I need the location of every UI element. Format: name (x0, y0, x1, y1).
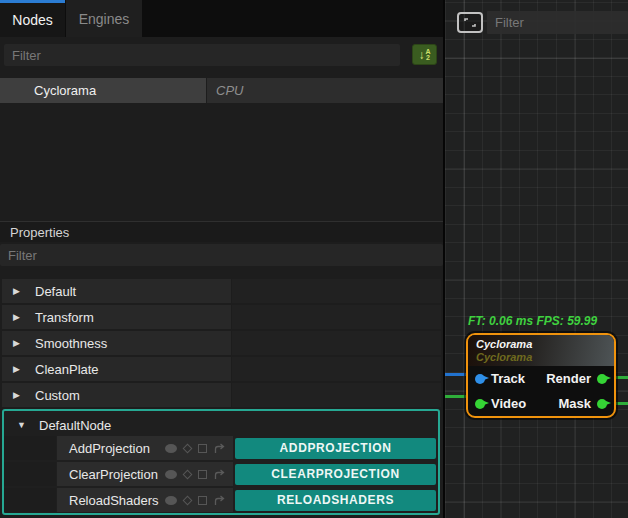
group-header[interactable]: ▶ Default (2, 279, 231, 303)
output-mask[interactable]: Mask (558, 396, 607, 411)
port-label: Track (491, 371, 525, 386)
performance-stats: FT: 0.06 ms FPS: 59.99 (468, 314, 597, 328)
frame-corners-icon (463, 17, 477, 28)
ellipse-icon (165, 496, 177, 505)
node-subtitle: Cyclorama (476, 351, 614, 363)
square-icon (198, 444, 207, 453)
node-port-row: Video Mask (468, 391, 614, 416)
action-label: ReloadShaders (69, 493, 165, 508)
group-value-area (232, 357, 441, 381)
cyclorama-node[interactable]: Cyclorama Cyclorama Track Render Video (466, 333, 616, 418)
group-value-area (232, 279, 441, 303)
group-row-cleanplate[interactable]: ▶ CleanPlate (2, 357, 441, 381)
reloadshaders-button[interactable]: RELOADSHADERS (235, 490, 436, 511)
action-name-cell: AddProjection (57, 436, 233, 460)
sort-icon-bottom: 2 (425, 55, 430, 61)
row-gutter (4, 462, 56, 486)
row-gutter (4, 488, 56, 512)
input-port-icon[interactable] (475, 374, 485, 384)
defaultnode-section: ▼ DefaultNode AddProjection ADDPROJECTIO… (2, 409, 440, 515)
port-label: Video (491, 396, 526, 411)
action-label: ClearProjection (69, 467, 165, 482)
output-port-icon[interactable] (597, 399, 607, 409)
jump-arrow-icon (214, 469, 227, 480)
node-header[interactable]: Cyclorama Cyclorama (468, 335, 614, 366)
group-value-area (232, 305, 441, 329)
diamond-icon (183, 495, 193, 505)
action-icons (165, 443, 227, 454)
ellipse-icon (165, 444, 177, 453)
tab-bar: Nodes Engines (0, 0, 445, 37)
input-track[interactable]: Track (475, 371, 525, 386)
action-button-cell: RELOADSHADERS (233, 488, 438, 512)
properties-filter-input[interactable] (0, 244, 443, 266)
clearprojection-button[interactable]: CLEARPROJECTION (235, 464, 436, 485)
group-row-smoothness[interactable]: ▶ Smoothness (2, 331, 441, 355)
sort-arrow-icon: ↓ (418, 49, 424, 61)
action-name-cell: ClearProjection (57, 462, 233, 486)
output-port-icon[interactable] (597, 374, 607, 384)
chevron-right-icon[interactable]: ▶ (13, 286, 25, 296)
group-label: Custom (35, 388, 80, 403)
group-header[interactable]: ▶ Smoothness (2, 331, 231, 355)
wire-mask-output[interactable] (616, 402, 628, 405)
sort-button[interactable]: ↓ A 2 (412, 44, 437, 65)
group-header[interactable]: ▶ Custom (2, 383, 231, 407)
node-graph-canvas[interactable]: FT: 0.06 ms FPS: 59.99 Cyclorama Cyclora… (445, 0, 628, 518)
group-header[interactable]: ▶ CleanPlate (2, 357, 231, 381)
addprojection-button[interactable]: ADDPROJECTION (235, 438, 436, 459)
input-port-icon[interactable] (475, 399, 485, 409)
diamond-icon (183, 469, 193, 479)
action-name-cell: ReloadShaders (57, 488, 233, 512)
ellipse-icon (165, 470, 177, 479)
square-icon (198, 496, 207, 505)
group-label: CleanPlate (35, 362, 99, 377)
wire-render-output[interactable] (616, 376, 628, 379)
action-button-cell: CLEARPROJECTION (233, 462, 438, 486)
node-port-row: Track Render (468, 366, 614, 391)
sort-az-icon: A 2 (425, 49, 430, 61)
chevron-right-icon[interactable]: ▶ (13, 390, 25, 400)
group-row-transform[interactable]: ▶ Transform (2, 305, 441, 329)
input-video[interactable]: Video (475, 396, 526, 411)
row-gutter (4, 436, 56, 460)
chevron-down-icon[interactable]: ▼ (17, 420, 29, 430)
group-label: Default (35, 284, 76, 299)
nodes-filter-input[interactable] (4, 44, 400, 66)
port-label: Mask (558, 396, 591, 411)
output-render[interactable]: Render (546, 371, 607, 386)
table-row[interactable]: Cyclorama CPU (0, 78, 445, 103)
node-name-cell[interactable]: Cyclorama (0, 78, 206, 103)
action-row-addprojection: AddProjection ADDPROJECTION (4, 436, 438, 460)
group-label: DefaultNode (39, 418, 111, 433)
action-icons (165, 469, 227, 480)
wire-track-input[interactable] (445, 373, 467, 376)
group-row-default[interactable]: ▶ Default (2, 279, 441, 303)
action-icons (165, 495, 227, 506)
group-value-area (232, 331, 441, 355)
group-header[interactable]: ▶ Transform (2, 305, 231, 329)
graph-filter-input[interactable] (487, 11, 628, 34)
frame-view-button[interactable] (457, 12, 483, 33)
tab-engines[interactable]: Engines (66, 0, 142, 37)
action-label: AddProjection (69, 441, 165, 456)
group-value-area (232, 383, 441, 407)
chevron-right-icon[interactable]: ▶ (13, 338, 25, 348)
properties-header: Properties (0, 221, 445, 242)
action-button-cell: ADDPROJECTION (233, 436, 438, 460)
left-panel: Nodes Engines ↓ A 2 Cyclorama CPU Proper… (0, 0, 445, 518)
node-title: Cyclorama (476, 338, 614, 351)
action-row-clearprojection: ClearProjection CLEARPROJECTION (4, 462, 438, 486)
chevron-right-icon[interactable]: ▶ (13, 312, 25, 322)
group-row-defaultnode[interactable]: ▼ DefaultNode (6, 414, 436, 436)
chevron-right-icon[interactable]: ▶ (13, 364, 25, 374)
app-window: Nodes Engines ↓ A 2 Cyclorama CPU Proper… (0, 0, 628, 518)
group-label: Smoothness (35, 336, 107, 351)
group-row-custom[interactable]: ▶ Custom (2, 383, 441, 407)
jump-arrow-icon (214, 443, 227, 454)
action-row-reloadshaders: ReloadShaders RELOADSHADERS (4, 488, 438, 512)
node-type-cell[interactable]: CPU (207, 78, 445, 103)
square-icon (198, 470, 207, 479)
wire-video-input[interactable] (445, 395, 467, 398)
tab-nodes[interactable]: Nodes (0, 0, 65, 37)
